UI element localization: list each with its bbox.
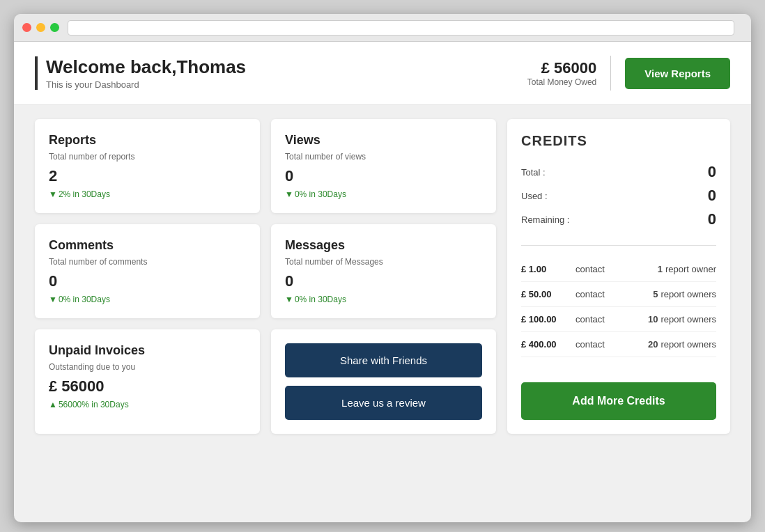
unpaid-title: Unpaid Invoices (49, 343, 246, 358)
reports-trend-text: 2% in 30Days (59, 189, 110, 199)
credits-title: CREDITS (521, 133, 716, 149)
app-window: Welcome back,Thomas This is your Dashboa… (14, 14, 751, 522)
header-divider (610, 56, 611, 91)
credit-price-3: £ 100.00 (521, 314, 570, 324)
comments-value: 0 (49, 272, 246, 290)
credits-used-label: Used : (521, 191, 548, 201)
credit-contact-2: contact (570, 289, 650, 299)
credits-remaining-row: Remaining : 0 (521, 210, 716, 228)
url-bar[interactable] (68, 20, 734, 36)
unpaid-value: £ 56000 (49, 377, 246, 396)
credit-count-3: 10 (648, 314, 658, 324)
credit-label-2: report owners (661, 289, 716, 299)
credit-contact-3: contact (570, 314, 645, 324)
comments-card: Comments Total number of comments 0 ▼ 0%… (35, 224, 260, 318)
credit-option-4: £ 400.00 contact 20 report owners (521, 332, 716, 357)
views-card: Views Total number of views 0 ▼ 0% in 30… (271, 119, 496, 213)
reports-subtitle: Total number of reports (49, 152, 246, 162)
credits-remaining-label: Remaining : (521, 214, 569, 225)
credits-used-value: 0 (708, 187, 716, 205)
unpaid-trend-arrow: ▲ (49, 400, 57, 409)
minimize-button[interactable] (36, 23, 45, 32)
comments-trend-text: 0% in 30Days (59, 295, 110, 304)
credit-count-2: 5 (653, 289, 658, 299)
unpaid-card: Unpaid Invoices Outstanding due to you £… (35, 329, 260, 434)
reports-card: Reports Total number of reports 2 ▼ 2% i… (35, 119, 260, 213)
messages-trend: ▼ 0% in 30Days (285, 295, 482, 304)
views-trend-text: 0% in 30Days (295, 189, 346, 199)
credit-label-1: report owner (665, 264, 716, 274)
money-amount: £ 56000 (527, 59, 596, 77)
credit-count-1: 1 (658, 264, 663, 274)
credits-separator (521, 245, 716, 246)
comments-subtitle: Total number of comments (49, 257, 246, 267)
money-label: Total Money Owed (527, 77, 596, 87)
credits-spacer (521, 357, 716, 371)
add-credits-button[interactable]: Add More Credits (521, 382, 716, 420)
unpaid-trend: ▲ 56000% in 30Days (49, 400, 246, 409)
unpaid-trend-text: 56000% in 30Days (59, 400, 129, 409)
actions-card: Share with Friends Leave us a review (271, 329, 496, 434)
traffic-lights (22, 23, 59, 32)
messages-trend-arrow: ▼ (285, 295, 293, 304)
main-content: Welcome back,Thomas This is your Dashboa… (14, 42, 751, 448)
credit-contact-4: contact (570, 339, 645, 350)
share-button[interactable]: Share with Friends (285, 343, 482, 377)
comments-trend: ▼ 0% in 30Days (49, 295, 246, 304)
review-button[interactable]: Leave us a review (285, 386, 482, 420)
credit-price-2: £ 50.00 (521, 289, 570, 299)
credits-total-value: 0 (708, 163, 716, 181)
messages-value: 0 (285, 272, 482, 290)
credits-used-row: Used : 0 (521, 187, 716, 205)
welcome-title: Welcome back,Thomas (46, 56, 527, 78)
views-subtitle: Total number of views (285, 152, 482, 162)
messages-trend-text: 0% in 30Days (295, 295, 346, 304)
messages-card: Messages Total number of Messages 0 ▼ 0%… (271, 224, 496, 318)
money-section: £ 56000 Total Money Owed (527, 59, 596, 87)
welcome-subtitle: This is your Dashboard (46, 79, 527, 90)
views-value: 0 (285, 167, 482, 185)
credit-label-4: report owners (661, 339, 716, 350)
credits-total-label: Total : (521, 167, 546, 178)
close-button[interactable] (22, 23, 31, 32)
comments-trend-arrow: ▼ (49, 295, 57, 304)
views-trend: ▼ 0% in 30Days (285, 189, 482, 199)
title-bar (14, 14, 751, 42)
header-right: £ 56000 Total Money Owed View Reports (527, 56, 730, 91)
credit-option-3: £ 100.00 contact 10 report owners (521, 307, 716, 332)
reports-trend-arrow: ▼ (49, 189, 57, 199)
reports-title: Reports (49, 133, 246, 148)
credits-total-row: Total : 0 (521, 163, 716, 181)
comments-title: Comments (49, 238, 246, 253)
credit-label-3: report owners (661, 314, 716, 324)
header-left: Welcome back,Thomas This is your Dashboa… (35, 56, 527, 90)
credit-contact-1: contact (570, 264, 655, 274)
reports-trend: ▼ 2% in 30Days (49, 189, 246, 199)
unpaid-subtitle: Outstanding due to you (49, 362, 246, 372)
reports-value: 2 (49, 167, 246, 185)
views-title: Views (285, 133, 482, 148)
credit-price-1: £ 1.00 (521, 264, 570, 274)
dashboard: Reports Total number of reports 2 ▼ 2% i… (14, 105, 751, 448)
views-trend-arrow: ▼ (285, 189, 293, 199)
maximize-button[interactable] (50, 23, 59, 32)
credits-remaining-value: 0 (708, 210, 716, 228)
credits-panel: CREDITS Total : 0 Used : 0 Remaining : 0… (507, 119, 730, 434)
credit-option-2: £ 50.00 contact 5 report owners (521, 282, 716, 307)
credit-option-1: £ 1.00 contact 1 report owner (521, 257, 716, 282)
credit-price-4: £ 400.00 (521, 339, 570, 350)
view-reports-button[interactable]: View Reports (625, 58, 730, 89)
messages-title: Messages (285, 238, 482, 253)
messages-subtitle: Total number of Messages (285, 257, 482, 267)
credit-count-4: 20 (648, 339, 658, 350)
header: Welcome back,Thomas This is your Dashboa… (14, 42, 751, 105)
